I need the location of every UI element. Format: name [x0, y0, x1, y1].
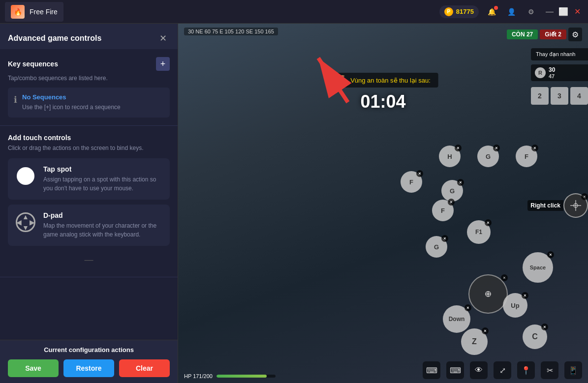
coin-amount: 81775 — [456, 8, 474, 15]
key-button-Z[interactable]: Z× — [461, 328, 488, 355]
tap-spot-card[interactable]: Tap spot Assign tapping on a spot with t… — [8, 158, 170, 200]
info-icon: ℹ — [14, 94, 17, 105]
key-sequences-section: Key sequences + Tap/combo sequences are … — [0, 49, 178, 126]
key-button-H[interactable]: H× — [439, 146, 461, 167]
notification-button[interactable]: 🔔 — [485, 5, 498, 19]
dpad-info: D-pad Map the movement of your character… — [43, 211, 163, 239]
restore-button[interactable]: Restore — [63, 359, 114, 377]
footer-title: Current configuration actions — [8, 346, 170, 354]
eye-icon[interactable]: 👁 — [470, 361, 488, 379]
touch-controls-desc: Click or drag the actions on the screen … — [8, 144, 170, 152]
window-controls: — ⬜ ✕ — [544, 6, 583, 18]
key-button-G-3[interactable]: G× — [426, 236, 447, 258]
location-icon[interactable]: 📍 — [517, 361, 535, 379]
panel-title: Advanced game controls — [8, 34, 101, 43]
kill-badge: Giết 2 — [540, 29, 566, 39]
game-hud-top: 30 NE 60 75 E 105 120 SE 150 165 CÒN 27 … — [178, 24, 588, 45]
hp-bar-wrap: HP 171/200 — [184, 373, 276, 379]
hp-bar — [217, 375, 276, 378]
tap-spot-desc: Assign tapping on a spot with this actio… — [43, 175, 163, 193]
reload-text: Thay đạn nhanh — [536, 51, 575, 57]
kills-bar: CÒN 27 Giết 2 ⚙ — [507, 28, 582, 41]
no-sequences-content: No Sequences Use the [+] icon to record … — [22, 93, 121, 112]
panel-footer: Current configuration actions Save Resto… — [0, 340, 178, 383]
add-sequence-button[interactable]: + — [156, 57, 170, 71]
ammo-main: 30 — [549, 66, 555, 73]
tap-spot-icon-wrap — [15, 165, 36, 187]
slot-2-badge: 2 — [531, 87, 549, 105]
dpad-desc: Map the movement of your character or th… — [43, 221, 163, 239]
key-button-F-1[interactable]: F× — [516, 146, 537, 167]
tap-spot-info: Tap spot Assign tapping on a spot with t… — [43, 165, 163, 193]
title-bar-left: 🔥 Free Fire — [5, 2, 63, 22]
hp-text: HP 171/200 — [184, 373, 213, 379]
settings-button[interactable]: ⚙ — [524, 5, 538, 19]
hud-left: 30 NE 60 75 E 105 120 SE 150 165 — [184, 28, 278, 35]
left-panel: Advanced game controls ✕ Key sequences +… — [0, 24, 178, 383]
panel-body: Key sequences + Tap/combo sequences are … — [0, 49, 178, 340]
game-hud-bottom: HP 171/200 ⌨ ⌨ 👁 ⤢ 📍 ✂ 📱 — [178, 357, 588, 383]
minimize-button[interactable]: — — [544, 6, 556, 18]
crosshair-inner — [485, 291, 491, 297]
dpad-icon: ▲ ▼ ◀ ▶ — [16, 212, 35, 232]
tap-spot-name: Tap spot — [43, 165, 163, 173]
ammo-reserve: 47 — [549, 73, 555, 79]
dpad-up-arrow: ▲ — [22, 213, 29, 221]
dpad-card[interactable]: ▲ ▼ ◀ ▶ D-pad Map the movement of your c… — [8, 205, 170, 246]
weapon-slots-secondary: 2 3 4 — [531, 87, 588, 105]
compass-bar: 30 NE 60 75 E 105 120 SE 150 165 — [184, 28, 278, 35]
panel-header: Advanced game controls ✕ — [0, 24, 178, 49]
weapon-slot-main: R 30 47 — [531, 64, 588, 81]
key-button-F-2[interactable]: F× — [401, 171, 422, 193]
title-bar: 🔥 Free Fire P 81775 🔔 👤 ⚙ — ⬜ ✕ — [0, 0, 588, 24]
tap-spot-icon — [17, 167, 34, 185]
main-crosshair[interactable]: × — [468, 274, 508, 314]
touch-controls-section: Add touch controls Click or drag the act… — [0, 126, 178, 277]
coin-icon: P — [444, 7, 453, 16]
dpad-icon-wrap: ▲ ▼ ◀ ▶ — [15, 211, 36, 233]
title-bar-title: Free Fire — [30, 8, 58, 16]
game-icon: 🔥 — [11, 5, 25, 19]
map-icon[interactable]: ⌨ — [446, 361, 464, 379]
key-button-F-3[interactable]: F× — [432, 200, 454, 221]
key-sequences-header: Key sequences + — [8, 57, 170, 71]
title-bar-right: P 81775 🔔 👤 ⚙ — ⬜ ✕ — [439, 5, 583, 19]
key-button-F1[interactable]: F1× — [467, 220, 491, 244]
key-button-G-1[interactable]: G× — [477, 146, 499, 167]
slot-3-badge: 3 — [551, 87, 568, 105]
hp-bar-fill — [217, 375, 267, 378]
fullscreen-icon[interactable]: ⤢ — [494, 361, 511, 379]
dpad-left-arrow: ◀ — [16, 218, 22, 226]
compass-text: 30 NE 60 75 E 105 120 SE 150 165 — [188, 29, 274, 34]
mobile-icon[interactable]: 📱 — [564, 361, 582, 379]
hud-settings-cog[interactable]: ⚙ — [568, 28, 582, 41]
profile-button[interactable]: 👤 — [504, 5, 518, 19]
game-panel: 30 NE 60 75 E 105 120 SE 150 165 CÒN 27 … — [178, 24, 588, 383]
save-button[interactable]: Save — [8, 359, 59, 377]
right-click-control[interactable]: Right click × — [527, 193, 588, 218]
maximize-button[interactable]: ⬜ — [557, 6, 569, 18]
panel-close-button[interactable]: ✕ — [156, 31, 170, 45]
scissors-icon[interactable]: ✂ — [541, 361, 558, 379]
key-button-Up[interactable]: Up× — [503, 293, 527, 318]
right-click-icon[interactable]: × — [563, 193, 588, 218]
clear-button[interactable]: Clear — [119, 359, 170, 377]
con-count: 27 — [526, 31, 533, 38]
coin-display: P 81775 — [439, 5, 479, 18]
reload-label: Thay đạn nhanh — [531, 48, 588, 60]
key-button-C[interactable]: C× — [523, 324, 547, 349]
close-button[interactable]: ✕ — [571, 6, 583, 18]
bottom-right-icons: ⌨ ⌨ 👁 ⤢ 📍 ✂ 📱 — [423, 361, 582, 379]
inventory-icon[interactable]: ⌨ — [423, 361, 440, 379]
no-sequences-title: No Sequences — [22, 93, 121, 101]
key-button-Space[interactable]: Space× — [523, 252, 553, 283]
slot-4-badge: 4 — [570, 87, 588, 105]
touch-controls-title: Add touch controls — [8, 134, 170, 142]
key-sequences-title: Key sequences — [8, 60, 58, 68]
no-sequences-box: ℹ No Sequences Use the [+] icon to recor… — [8, 88, 170, 118]
key-button-Down[interactable]: Down× — [443, 305, 470, 333]
footer-buttons: Save Restore Clear — [8, 359, 170, 377]
dpad-down-arrow: ▼ — [22, 224, 29, 232]
kill-label: Giết — [545, 31, 557, 38]
timer-clock: 01:04 — [360, 91, 405, 112]
